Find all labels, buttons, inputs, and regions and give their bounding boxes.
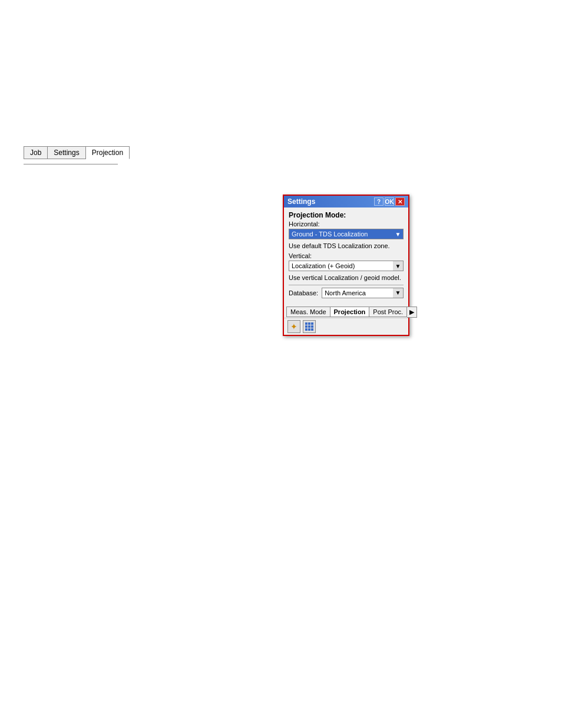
- database-dropdown[interactable]: North America: [322, 288, 404, 298]
- star-button[interactable]: ✦: [287, 320, 300, 333]
- horizontal-label: Horizontal:: [289, 220, 404, 228]
- dialog-content: Projection Mode: Horizontal: Ground - TD…: [284, 207, 408, 305]
- dialog-title: Settings: [287, 197, 374, 206]
- vertical-dropdown[interactable]: Localization (+ Geoid): [289, 261, 404, 271]
- titlebar-buttons: ? OK ✕: [374, 197, 405, 206]
- dialog-tab-more[interactable]: ▶: [407, 307, 417, 318]
- close-button[interactable]: ✕: [395, 197, 405, 206]
- grid-button[interactable]: [303, 320, 316, 333]
- projection-mode-label: Projection Mode:: [289, 211, 404, 219]
- dialog-tab-bar: Meas. Mode Projection Post Proc. ▶: [284, 305, 408, 318]
- vertical-info: Use vertical Localization / geoid model.: [289, 274, 404, 282]
- tab-projection[interactable]: Projection: [86, 146, 130, 159]
- help-button[interactable]: ?: [374, 197, 384, 206]
- tab-underline: [24, 164, 118, 164]
- database-dropdown-wrapper: North America ▼: [322, 288, 404, 298]
- dialog-tab-meas-mode[interactable]: Meas. Mode: [286, 307, 330, 317]
- database-label: Database:: [289, 289, 318, 297]
- tab-settings[interactable]: Settings: [48, 146, 85, 159]
- dialog-tab-projection[interactable]: Projection: [330, 307, 370, 317]
- grid-icon: [305, 322, 313, 331]
- dialog-titlebar: Settings ? OK ✕: [284, 196, 408, 207]
- database-row: Database: North America ▼: [289, 288, 404, 298]
- divider: [289, 285, 404, 285]
- main-tab-bar: Job Settings Projection: [24, 146, 130, 159]
- horizontal-dropdown[interactable]: Ground - TDS Localization: [289, 229, 404, 239]
- vertical-label: Vertical:: [289, 252, 404, 259]
- vertical-dropdown-wrapper: Localization (+ Geoid) ▼: [289, 261, 404, 271]
- dialog-toolbar: ✦: [284, 318, 408, 335]
- tab-job[interactable]: Job: [24, 146, 48, 159]
- ok-button[interactable]: OK: [385, 197, 394, 206]
- settings-dialog: Settings ? OK ✕ Projection Mode: Horizon…: [283, 195, 409, 336]
- star-icon: ✦: [290, 322, 297, 331]
- horizontal-info: Use default TDS Localization zone.: [289, 242, 404, 250]
- horizontal-dropdown-wrapper: Ground - TDS Localization ▼: [289, 229, 404, 239]
- dialog-tab-post-proc[interactable]: Post Proc.: [369, 307, 407, 317]
